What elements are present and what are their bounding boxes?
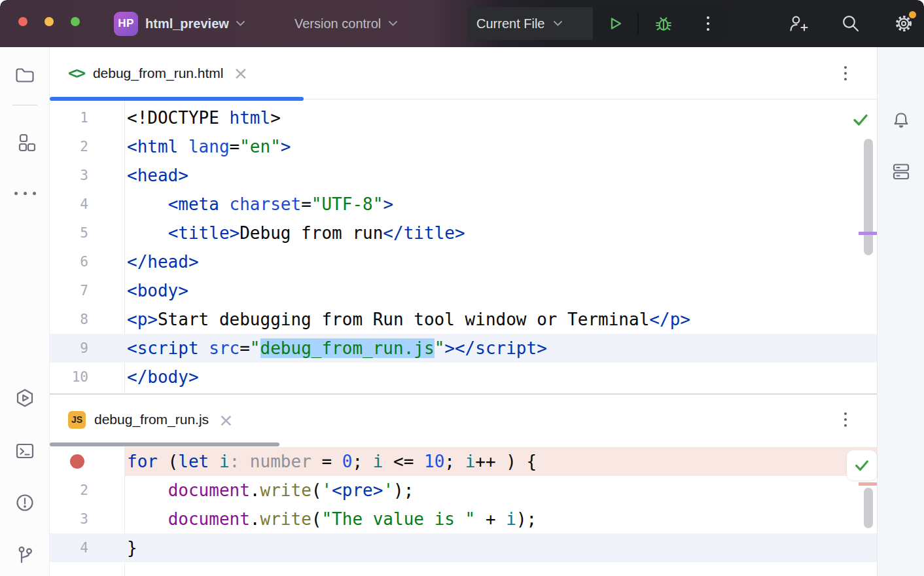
code-line[interactable]: 2<html lang="en"> [50,132,877,161]
code-text[interactable]: </head> [125,247,877,276]
sidebar-divider [12,105,37,105]
more-vertical-icon [844,66,847,81]
line-number: 8 [50,305,125,334]
code-line[interactable]: 8<p>Start debugging from Run tool window… [50,305,877,334]
sidebar-item-notifications[interactable] [878,111,924,132]
code-text[interactable]: <p>Start debugging from Run tool window … [125,305,877,334]
close-icon[interactable]: × [232,64,250,82]
run-configuration-selector[interactable]: Current File [467,7,593,40]
editor-js: JS debug_from_run.js × for (let i: numbe… [50,395,877,576]
code-line[interactable]: 5 <title>Debug from run</title> [50,219,877,247]
close-window-button[interactable] [18,17,27,26]
code-text[interactable]: } [125,533,877,562]
code-text[interactable]: document.write('<pre>'); [125,476,877,505]
bell-icon [891,111,912,132]
code-text[interactable]: <html lang="en"> [125,132,877,161]
project-badge: HP [114,12,138,36]
sidebar-item-project[interactable] [0,65,50,86]
right-tool-window-bar [877,47,924,576]
project-name: html_preview [145,16,229,31]
close-icon[interactable]: × [217,411,235,429]
git-branch-icon [14,544,35,565]
code-text[interactable]: <meta charset="UTF-8"> [125,190,877,219]
add-user-icon [787,12,809,35]
vcs-label: Version control [294,16,381,31]
line-number: 9 [50,334,125,363]
code-text[interactable]: <!DOCTYPE html> [125,103,877,132]
debug-icon [653,13,674,34]
traffic-lights [18,17,80,26]
code-text[interactable]: <script src="debug_from_run.js"></script… [125,334,877,363]
search-button[interactable] [840,12,862,35]
scrollbar-breakpoint-marker [859,482,877,486]
run-button[interactable] [593,7,637,40]
run-icon [605,13,626,34]
editor-options-button[interactable] [844,412,847,427]
settings-notification-dot [909,11,916,18]
code-text[interactable]: <title>Debug from run</title> [125,219,877,247]
minimize-window-button[interactable] [44,17,54,26]
code-line[interactable]: 1<!DOCTYPE html> [50,103,877,132]
code-line[interactable]: for (let i: number = 0; i <= 10; i++ ) { [50,447,877,476]
breakpoint-dot[interactable] [70,454,84,469]
tab-bar-js: JS debug_from_run.js × [50,395,877,444]
project-selector[interactable]: HP html_preview [114,0,245,47]
search-icon [840,12,862,35]
more-vertical-icon [844,412,847,427]
debug-button[interactable] [639,7,688,40]
sidebar-item-services[interactable] [0,387,50,408]
inactive-tab-indicator [50,442,279,446]
sidebar-item-problems[interactable] [0,492,50,513]
code-line[interactable]: 4} [50,533,877,562]
editor-html: <> debug_from_run.html × 1<!DOCTYPE html… [50,47,877,393]
code-line[interactable]: 6</head> [50,247,877,276]
vcs-widget[interactable]: Version control [294,0,397,47]
sidebar-item-structure[interactable] [0,132,50,153]
code-line[interactable]: 7<body> [50,276,877,305]
code-text[interactable]: <body> [125,276,877,305]
sidebar-item-more-tools[interactable] [0,183,50,204]
code-text[interactable]: <head> [125,161,877,190]
run-more-button[interactable] [688,7,727,40]
sidebar-item-servers[interactable] [878,161,924,182]
inspections-ok-icon[interactable] [851,110,870,130]
terminal-icon [14,441,35,461]
breakpoint-gutter[interactable] [50,447,125,476]
chevron-down-icon [554,21,562,26]
tab-bar-html: <> debug_from_run.html × [50,47,877,99]
add-user-button[interactable] [787,12,809,35]
run-configuration-label: Current File [476,16,544,31]
code-line[interactable]: 10</body> [50,363,877,391]
code-line[interactable]: 9<script src="debug_from_run.js"></scrip… [50,334,877,363]
code-text[interactable]: document.write("The value is " + i); [125,505,877,533]
sidebar-item-terminal[interactable] [0,441,50,461]
tab-debug-from-run-js[interactable]: JS debug_from_run.js × [50,395,235,444]
line-number: 1 [50,103,125,132]
html-file-icon: <> [68,64,84,82]
titlebar-actions [787,0,915,47]
code-line[interactable]: 3 document.write("The value is " + i); [50,505,877,533]
scrollbar-selection-marker [859,232,877,235]
components-icon [14,132,35,153]
tab-label: debug_from_run.html [93,65,224,81]
code-line[interactable]: 4 <meta charset="UTF-8"> [50,190,877,219]
js-file-icon: JS [68,411,86,429]
scrollbar-thumb[interactable] [864,488,873,528]
line-number: 2 [50,476,125,505]
active-tab-indicator [50,97,304,101]
tab-debug-from-run-html[interactable]: <> debug_from_run.html × [50,47,249,99]
line-number: 2 [50,132,125,161]
scrollbar-thumb[interactable] [864,139,873,255]
inspections-ok-widget[interactable] [847,450,877,480]
editor-options-button[interactable] [844,66,847,81]
zoom-window-button[interactable] [71,17,80,26]
code-text[interactable]: for (let i: number = 0; i <= 10; i++ ) { [125,447,877,476]
code-line[interactable]: 2 document.write('<pre>'); [50,476,877,505]
code-line[interactable]: 3<head> [50,161,877,190]
line-number: 4 [50,190,125,219]
code-text[interactable]: </body> [125,363,877,391]
line-number: 3 [50,505,125,533]
sidebar-item-version-control[interactable] [0,544,50,565]
tab-label: debug_from_run.js [94,412,209,427]
settings-button[interactable] [893,12,915,35]
